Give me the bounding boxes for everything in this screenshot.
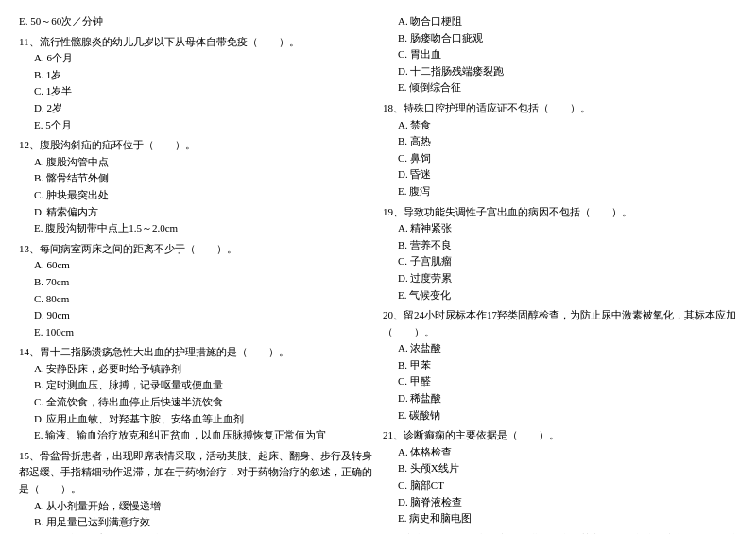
- option: D. 90cm: [19, 307, 373, 324]
- question-item: 20、留24小时尿标本作17羟类固醇检查，为防止尿中激素被氧化，其标本应加（ ）…: [383, 307, 737, 423]
- option: A. 6个月: [19, 50, 373, 67]
- option: E. 输液、输血治疗放克和纠正贫血，以血压脉搏恢复正常值为宜: [19, 427, 373, 444]
- option: D. 昏迷: [383, 166, 737, 183]
- option: A. 60cm: [19, 257, 373, 274]
- question-item: 12、腹股沟斜疝的疝环位于（ ）。A. 腹股沟管中点B. 髂骨结节外侧C. 肿块…: [19, 137, 373, 237]
- option: D. 稀盐酸: [383, 390, 737, 407]
- option: E. 碳酸钠: [383, 407, 737, 424]
- option: E. 倾倒综合征: [383, 79, 737, 96]
- option: C. 子宫肌瘤: [383, 253, 737, 270]
- option: D. 精索偏内方: [19, 204, 373, 221]
- question-item: 14、胃十二指肠溃疡急性大出血的护理措施的是（ ）。A. 安静卧床，必要时给予镇…: [19, 344, 373, 444]
- question-text: 14、胃十二指肠溃疡急性大出血的护理措施的是（ ）。: [19, 344, 373, 361]
- option: A. 安静卧床，必要时给予镇静剂: [19, 361, 373, 378]
- option: D. 2岁: [19, 100, 373, 117]
- question-item: 13、每间病室两床之间的距离不少于（ ）。A. 60cmB. 70cmC. 80…: [19, 241, 373, 341]
- option: B. 1岁: [19, 67, 373, 84]
- question-text: 11、流行性髋腺炎的幼儿几岁以下从母体自带免疫（ ）。: [19, 34, 373, 51]
- option: C. 1岁半: [19, 83, 373, 100]
- option: B. 肠瘘吻合口疵观: [383, 30, 737, 47]
- option: A. 禁食: [383, 117, 737, 134]
- question-text: 20、留24小时尿标本作17羟类固醇检查，为防止尿中激素被氧化，其标本应加（ ）…: [383, 307, 737, 340]
- option: C. 全流饮食，待出血停止后快速半流饮食: [19, 394, 373, 411]
- option: E. 病史和脑电图: [383, 510, 737, 527]
- option: D. 脑脊液检查: [383, 494, 737, 511]
- option: B. 高热: [383, 133, 737, 150]
- option: B. 头颅X线片: [383, 460, 737, 477]
- question-item: 15、骨盆骨折患者，出现即席表情采取，活动某肢、起床、翻身、步行及转身都迟缓、手…: [19, 448, 373, 534]
- option: E. 气候变化: [383, 287, 737, 304]
- question-text: 21、诊断癫痫的主要依据是（ ）。: [383, 427, 737, 444]
- option: B. 70cm: [19, 274, 373, 291]
- option: C. 鼻饲: [383, 150, 737, 167]
- question-item: 18、特殊口腔护理的适应证不包括（ ）。A. 禁食B. 高热C. 鼻饲D. 昏迷…: [383, 100, 737, 200]
- option: A. 浓盐酸: [383, 340, 737, 357]
- option: C. 80cm: [19, 291, 373, 308]
- option: B. 用足量已达到满意疗效: [19, 514, 373, 531]
- option: E. 腹泻: [383, 183, 737, 200]
- question-text: 12、腹股沟斜疝的疝环位于（ ）。: [19, 137, 373, 154]
- option: B. 甲苯: [383, 357, 737, 374]
- option: A. 精神紧张: [383, 220, 737, 237]
- option: A. 体格检查: [383, 444, 737, 461]
- question-item: 19、导致功能失调性子宫出血的病因不包括（ ）。A. 精神紧张B. 营养不良C.…: [383, 204, 737, 304]
- option: B. 定时测血压、脉搏，记录呕量或便血量: [19, 377, 373, 394]
- option: C. 胃出血: [383, 46, 737, 63]
- option: A. 腹股沟管中点: [19, 154, 373, 171]
- question-text: 19、导致功能失调性子宫出血的病因不包括（ ）。: [383, 204, 737, 221]
- question-item: A. 吻合口梗阻B. 肠瘘吻合口疵观C. 胃出血D. 十二指肠残端瘘裂跑E. 倾…: [383, 13, 737, 96]
- question-text: 18、特殊口腔护理的适应证不包括（ ）。: [383, 100, 737, 117]
- question-text: E. 50～60次／分钟: [19, 13, 373, 30]
- question-item: 11、流行性髋腺炎的幼儿几岁以下从母体自带免疫（ ）。A. 6个月B. 1岁C.…: [19, 34, 373, 134]
- question-item: 21、诊断癫痫的主要依据是（ ）。A. 体格检查B. 头颅X线片C. 脑部CTD…: [383, 427, 737, 527]
- option: E. 腹股沟韧带中点上1.5～2.0cm: [19, 220, 373, 237]
- main-content: E. 50～60次／分钟11、流行性髋腺炎的幼儿几岁以下从母体自带免疫（ ）。A…: [19, 13, 737, 534]
- option: E. 100cm: [19, 324, 373, 341]
- option: B. 营养不良: [383, 237, 737, 254]
- option: C. 甲醛: [383, 373, 737, 390]
- right-column: A. 吻合口梗阻B. 肠瘘吻合口疵观C. 胃出血D. 十二指肠残端瘘裂跑E. 倾…: [383, 13, 737, 534]
- option: A. 从小剂量开始，缓慢递增: [19, 498, 373, 515]
- option: D. 应用止血敏、对羟基卞胺、安络血等止血剂: [19, 411, 373, 428]
- option: E. 5个月: [19, 117, 373, 134]
- question-item: E. 50～60次／分钟: [19, 13, 373, 30]
- question-text: 15、骨盆骨折患者，出现即席表情采取，活动某肢、起床、翻身、步行及转身都迟缓、手…: [19, 448, 373, 498]
- option: A. 吻合口梗阻: [383, 13, 737, 30]
- option: B. 髂骨结节外侧: [19, 170, 373, 187]
- option: C. 脑部CT: [383, 477, 737, 494]
- option: C. 肿块最突出处: [19, 187, 373, 204]
- question-text: 13、每间病室两床之间的距离不少于（ ）。: [19, 241, 373, 258]
- left-column: E. 50～60次／分钟11、流行性髋腺炎的幼儿几岁以下从母体自带免疫（ ）。A…: [19, 13, 373, 534]
- option: D. 过度劳累: [383, 270, 737, 287]
- option: D. 十二指肠残端瘘裂跑: [383, 63, 737, 80]
